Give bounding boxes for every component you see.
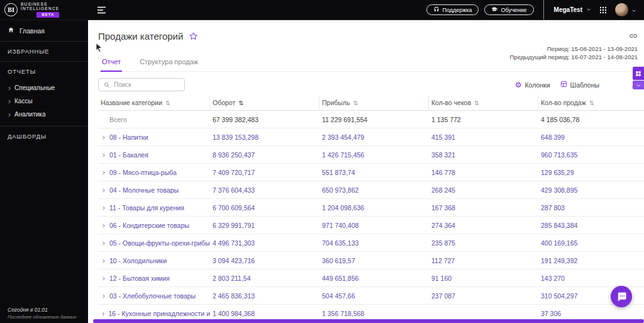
category-name[interactable]: 11 - Товары для курения [109, 204, 184, 212]
expand-chevron-icon[interactable]: › [101, 275, 107, 281]
copy-link-icon[interactable] [629, 31, 638, 43]
expand-chevron-icon[interactable]: › [101, 293, 107, 299]
logo-bi-mark: BI [4, 3, 18, 16]
table-row: › 03 - Хлебобулочные товары 2 465 836,31… [98, 287, 644, 305]
cell-value: 360 619,57 [319, 257, 429, 264]
cell-value: 415 391 [429, 133, 538, 141]
sidebar-item-label: Кассы [14, 98, 33, 105]
cell-value: 6 329 991,791 [210, 222, 319, 229]
cell-value: 274 364 [429, 222, 538, 229]
cell-value: 191 249,392 [538, 257, 644, 264]
category-name[interactable]: 03 - Хлебобулочные товары [109, 292, 196, 300]
search-input[interactable] [114, 81, 179, 88]
table-row: › 11 - Товары для курения 6 700 609,564 … [98, 199, 644, 217]
chevron-right-icon: › [8, 85, 11, 91]
cell-value: 1 135 772 [429, 116, 538, 123]
training-button[interactable]: Обучение [484, 4, 533, 15]
user-menu[interactable] [615, 3, 636, 16]
category-name[interactable]: 06 - Кондитерские товары [109, 222, 189, 229]
cell-value: 400 169,165 [538, 239, 644, 247]
column-header-label: Кол-во продаж [541, 99, 586, 106]
expand-chevron-icon[interactable]: › [101, 169, 107, 176]
sidebar-item-analytics[interactable]: › Аналитика [0, 108, 88, 121]
expand-chevron-icon[interactable]: › [101, 258, 107, 264]
sidebar-item-home[interactable]: Главная [0, 20, 88, 41]
category-name[interactable]: 01 - Бакалея [109, 151, 148, 159]
expand-chevron-icon[interactable]: › [101, 310, 106, 317]
expand-chevron-icon[interactable]: › [101, 222, 107, 229]
account-menu[interactable]: MegaTest [554, 6, 591, 13]
table-row: › 04 - Молочные товары 7 376 604,433 650… [98, 181, 644, 199]
cell-value: 429 308,895 [538, 186, 644, 194]
category-name[interactable]: 16 - Кухонные принадлежности и [108, 310, 210, 317]
table-row: › 10 - Холодильники 3 094 423,716 360 61… [98, 252, 644, 269]
category-name[interactable]: 12 - Бытовая химия [109, 275, 170, 282]
side-panel-tools [633, 67, 644, 89]
category-name[interactable]: 08 - Напитки [109, 133, 148, 141]
column-header-receipts[interactable]: Кол-во чеков ⇅ [429, 96, 538, 110]
column-header-category[interactable]: Название категории ⇅ [98, 96, 210, 110]
category-name[interactable]: 05 - Овощи-фрукты-орехи-грибы [109, 239, 210, 247]
favorite-star-icon[interactable] [189, 31, 198, 41]
expand-chevron-icon[interactable]: › [101, 240, 107, 246]
sidebar-section-reports[interactable]: ОТЧЕТЫ [0, 62, 88, 81]
cell-value: 37 306 [538, 310, 644, 317]
category-name[interactable]: 09 - Мясо-птица-рыба [109, 169, 177, 176]
chat-button[interactable] [611, 286, 632, 307]
total-label: Всего [98, 116, 210, 123]
cell-value: 11 229 691,554 [319, 116, 429, 123]
expand-chevron-icon[interactable]: › [101, 134, 107, 140]
column-header-profit[interactable]: Прибыль ⇅ [319, 96, 429, 110]
chevron-right-icon: › [8, 111, 11, 118]
cell-value: 704 635,133 [319, 239, 429, 247]
menu-toggle-icon[interactable] [97, 6, 106, 14]
cell-value: 112 727 [429, 257, 538, 264]
logo-line1: BUSINESS [21, 2, 59, 6]
sidebar-item-special[interactable]: › Специальные [0, 81, 88, 94]
period-label: Период: 15-08-2021 - 13-09-2021 [510, 45, 638, 53]
account-zone: MegaTest [543, 0, 644, 20]
cell-value: 1 356 718,568 [319, 310, 429, 317]
search-icon [104, 79, 110, 91]
category-name[interactable]: 10 - Холодильники [109, 257, 167, 264]
cell-value: 1 204 098,636 [319, 204, 429, 212]
category-name[interactable]: 04 - Молочные товары [109, 186, 179, 194]
account-name: MegaTest [554, 6, 582, 13]
column-header-sales[interactable]: Кол-во продаж ⇅ [538, 96, 644, 110]
expand-chevron-icon[interactable]: › [101, 152, 107, 158]
collapse-chevron-icon[interactable] [633, 81, 644, 89]
columns-button[interactable]: ⚙ Колонки [515, 81, 550, 89]
gear-icon: ⚙ [515, 82, 522, 88]
templates-button[interactable]: Шаблоны [560, 81, 599, 89]
app-logo: BI BUSINESS INTELLIGENCE BETA [0, 2, 88, 18]
cell-value: 285 843,384 [538, 222, 644, 229]
horizontal-scrollbar[interactable] [93, 319, 644, 323]
cell-value: 1 426 715,456 [319, 151, 429, 159]
column-header-turnover[interactable]: Оборот ⇅ [210, 96, 319, 110]
expand-chevron-icon[interactable]: › [101, 187, 107, 193]
cell-value: 551 873,74 [319, 169, 429, 176]
tab-sales-structure[interactable]: Структура продаж [138, 55, 199, 71]
cell-value: 237 087 [429, 292, 538, 300]
cell-value: 4 185 036,78 [538, 116, 644, 123]
sidebar-item-kassy[interactable]: › Кассы [0, 94, 88, 108]
sort-icon: ⇅ [474, 99, 479, 106]
sort-icon: ⇅ [238, 99, 243, 106]
main-content: Продажи категорий Период: 15-08-2021 - 1… [88, 20, 644, 323]
table-row: › 01 - Бакалея 8 936 250,437 1 426 715,4… [98, 146, 644, 164]
sort-icon: ⇅ [165, 99, 170, 106]
chevron-down-icon [586, 6, 591, 13]
dashboard-panel-icon[interactable] [633, 67, 644, 80]
cell-value: 3 094 423,716 [210, 257, 319, 264]
expand-chevron-icon[interactable]: › [101, 205, 107, 211]
support-button[interactable]: Поддержка [426, 4, 479, 15]
update-caption: Последнее обновление данных [8, 314, 77, 320]
cell-value: 2 465 836,313 [210, 292, 319, 300]
report-table: Название категории ⇅ Оборот ⇅ Прибыль ⇅ … [98, 96, 644, 322]
sort-icon: ⇅ [353, 99, 358, 106]
apps-grid-icon[interactable] [599, 6, 607, 14]
tab-report[interactable]: Отчет [101, 55, 122, 72]
sidebar-section-dashboards[interactable]: ДАШБОРДЫ [0, 127, 88, 146]
sidebar-section-favorites[interactable]: ИЗБРАННЫЕ [0, 42, 88, 61]
table-row: › 09 - Мясо-птица-рыба 7 409 720,717 551… [98, 164, 644, 181]
